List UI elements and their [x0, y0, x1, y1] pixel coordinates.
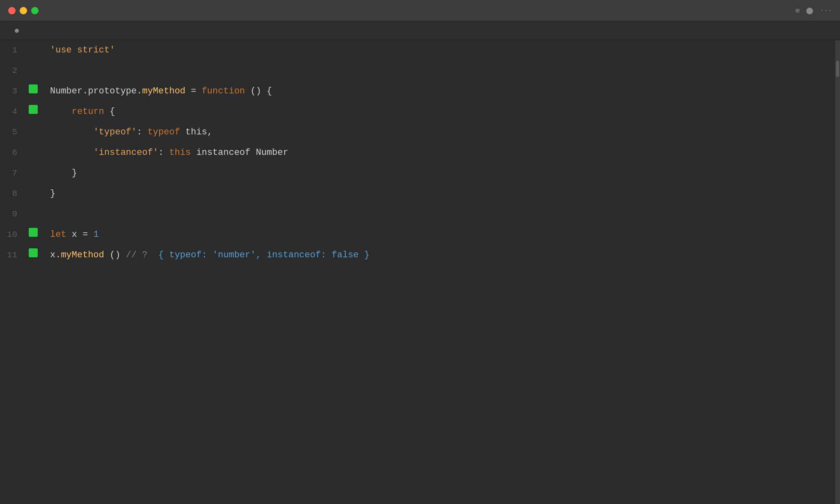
token: return [72, 107, 104, 117]
code-line-11: 11x.myMethod () // ? { typeof: 'number',… [0, 245, 840, 266]
code-line-2: 2 [0, 61, 840, 81]
code-content-5: 'typeof': typeof this, [43, 122, 840, 143]
code-line-3: 3Number.prototype.myMethod = function ()… [0, 81, 840, 102]
token: 'use strict' [50, 45, 115, 55]
line-number-11: 11 [0, 245, 29, 266]
token: { [104, 107, 115, 117]
token: () { [245, 86, 272, 96]
code-line-1: 1'use strict' [0, 40, 840, 61]
token: : [137, 127, 147, 137]
token: typeof [169, 250, 201, 260]
traffic-lights [8, 7, 39, 14]
code-content-8: } [43, 184, 840, 204]
line-number-3: 3 [0, 81, 29, 102]
token: myMethod [142, 86, 185, 96]
line-number-5: 5 [0, 122, 29, 143]
breakpoint-cell-4[interactable] [29, 105, 43, 114]
token: this, [180, 127, 212, 137]
token: : [158, 148, 169, 158]
token: 'instanceof' [94, 148, 158, 158]
token: instanceof [267, 250, 321, 260]
token: false [332, 250, 359, 260]
token: this [169, 148, 191, 158]
breakpoint-indicator-11 [29, 248, 38, 257]
token: Number.prototype. [50, 86, 142, 96]
code-line-6: 6 'instanceof': this instanceof Number [0, 143, 840, 163]
token: , [256, 250, 267, 260]
token: myMethod [61, 250, 104, 260]
code-line-7: 7 } [0, 163, 840, 184]
token [50, 107, 72, 117]
tab-unsaved-dot [15, 29, 19, 33]
token: 'number' [212, 250, 256, 260]
token: 1 [94, 229, 99, 240]
token: x = [66, 229, 94, 240]
code-content-10: let x = 1 [43, 225, 840, 245]
scrollbar[interactable] [835, 40, 840, 504]
token [50, 127, 94, 137]
line-number-8: 8 [0, 184, 29, 204]
line-number-9: 9 [0, 204, 29, 225]
breakpoint-cell-10[interactable] [29, 228, 43, 237]
token: () [104, 250, 126, 260]
scrollbar-thumb[interactable] [836, 61, 839, 77]
token: } [50, 188, 55, 199]
token: // ? [126, 250, 153, 260]
code-line-5: 5 'typeof': typeof this, [0, 122, 840, 143]
token: } [50, 168, 77, 178]
code-line-9: 9 [0, 204, 840, 225]
line-number-6: 6 [0, 143, 29, 163]
tab-bar [0, 21, 840, 40]
code-line-4: 4 return { [0, 102, 840, 122]
token: x. [50, 250, 61, 260]
token: Number [256, 148, 288, 158]
tab-untitled[interactable] [7, 26, 24, 35]
split-editor-icon[interactable]: ⊞ [796, 7, 800, 15]
editor-container[interactable]: 1'use strict'23Number.prototype.myMethod… [0, 40, 840, 504]
token: typeof [148, 127, 180, 137]
token: 'typeof' [94, 127, 137, 137]
breakpoint-cell-11[interactable] [29, 248, 43, 257]
code-area[interactable]: 1'use strict'23Number.prototype.myMethod… [0, 40, 840, 504]
line-number-4: 4 [0, 102, 29, 122]
minimize-button[interactable] [20, 7, 27, 14]
token: } [359, 250, 370, 260]
line-number-7: 7 [0, 163, 29, 184]
token: let [50, 229, 66, 240]
title-bar: ⊞ ⬤ ··· [0, 0, 840, 21]
token: { [153, 250, 169, 260]
code-content-7: } [43, 163, 840, 184]
token: = [185, 86, 202, 96]
maximize-button[interactable] [31, 7, 39, 14]
code-content-11: x.myMethod () // ? { typeof: 'number', i… [43, 245, 840, 266]
line-number-10: 10 [0, 225, 29, 245]
token: : [321, 250, 331, 260]
breakpoint-indicator-3 [29, 84, 38, 93]
breakpoint-cell-3[interactable] [29, 84, 43, 93]
close-button[interactable] [8, 7, 16, 14]
code-content-3: Number.prototype.myMethod = function () … [43, 81, 840, 102]
line-number-2: 2 [0, 61, 29, 81]
code-line-10: 10let x = 1 [0, 225, 840, 245]
breakpoint-indicator-10 [29, 228, 38, 237]
circle-icon[interactable]: ⬤ [806, 7, 813, 15]
line-number-1: 1 [0, 40, 29, 61]
token: : [202, 250, 212, 260]
code-content-4: return { [43, 102, 840, 122]
code-content-1: 'use strict' [43, 40, 840, 61]
title-actions: ⊞ ⬤ ··· [796, 7, 832, 15]
code-content-6: 'instanceof': this instanceof Number [43, 143, 840, 163]
token: function [202, 86, 245, 96]
code-line-8: 8} [0, 184, 840, 204]
breakpoint-indicator-4 [29, 105, 38, 114]
token: instanceof [191, 148, 256, 158]
more-options-icon[interactable]: ··· [820, 7, 832, 14]
token [50, 148, 94, 158]
